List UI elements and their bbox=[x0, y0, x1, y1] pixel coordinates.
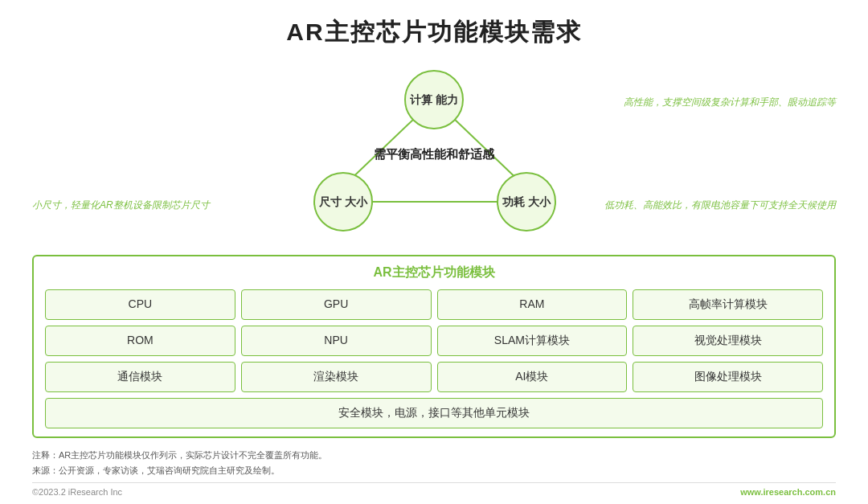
module-ai: AI模块 bbox=[437, 362, 628, 392]
module-npu: NPU bbox=[241, 326, 432, 356]
anno-compute: 高性能，支撑空间级复杂计算和手部、眼动追踪等 bbox=[624, 96, 836, 109]
footer-copyright: ©2023.2 iResearch Inc bbox=[32, 487, 122, 497]
module-rom: ROM bbox=[45, 326, 235, 356]
module-comm: 通信模块 bbox=[45, 362, 235, 392]
module-highfps: 高帧率计算模块 bbox=[633, 289, 823, 320]
footer-note2: 来源：公开资源，专家访谈，艾瑞咨询研究院自主研究及绘制。 bbox=[32, 463, 836, 478]
anno-power: 低功耗、高能效比，有限电池容量下可支持全天候使用 bbox=[604, 199, 836, 212]
module-visual: 视觉处理模块 bbox=[633, 326, 823, 356]
module-cpu: CPU bbox=[45, 289, 235, 320]
module-image: 图像处理模块 bbox=[633, 362, 823, 392]
page-container: AR主控芯片功能模块需求 计算 能力 尺寸 大小 功耗 大小 需平衡高性能和舒适… bbox=[0, 0, 868, 504]
module-row-3: 通信模块 渲染模块 AI模块 图像处理模块 bbox=[45, 362, 823, 392]
page-title: AR主控芯片功能模块需求 bbox=[32, 16, 836, 49]
module-row-4: 安全模块，电源，接口等其他单元模块 bbox=[45, 398, 823, 428]
module-row-1: CPU GPU RAM 高帧率计算模块 bbox=[45, 289, 823, 320]
center-annotation: 需平衡高性能和舒适感 bbox=[374, 147, 494, 162]
module-slam: SLAM计算模块 bbox=[437, 326, 628, 356]
node-size: 尺寸 大小 bbox=[313, 172, 373, 232]
module-render: 渲染模块 bbox=[241, 362, 432, 392]
module-row-2: ROM NPU SLAM计算模块 视觉处理模块 bbox=[45, 326, 823, 356]
node-power: 功耗 大小 bbox=[497, 172, 556, 232]
node-compute: 计算 能力 bbox=[404, 70, 464, 129]
diagram-area: 计算 能力 尺寸 大小 功耗 大小 需平衡高性能和舒适感 高性能，支撑空间级复杂… bbox=[32, 64, 836, 248]
footer-note1: 注释：AR主控芯片功能模块仅作列示，实际芯片设计不完全覆盖所有功能。 bbox=[32, 448, 836, 463]
module-title: AR主控芯片功能模块 bbox=[45, 264, 823, 281]
module-gpu: GPU bbox=[241, 289, 432, 320]
module-ram: RAM bbox=[437, 289, 628, 320]
anno-size: 小尺寸，轻量化AR整机设备限制芯片尺寸 bbox=[32, 199, 210, 212]
module-container: AR主控芯片功能模块 CPU GPU RAM 高帧率计算模块 ROM NPU S… bbox=[32, 255, 836, 438]
footer-notes: 注释：AR主控芯片功能模块仅作列示，实际芯片设计不完全覆盖所有功能。 来源：公开… bbox=[32, 448, 836, 477]
footer-bar: ©2023.2 iResearch Inc www.iresearch.com.… bbox=[32, 482, 836, 497]
footer-website: www.iresearch.com.cn bbox=[740, 487, 836, 497]
